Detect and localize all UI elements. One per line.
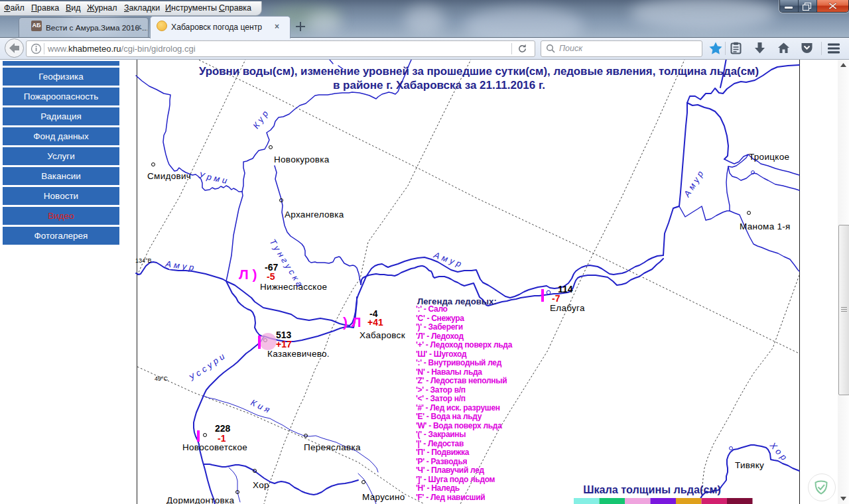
- svg-text:Троицкое: Троицкое: [749, 152, 789, 162]
- svg-text:Тивяку: Тивяку: [735, 460, 764, 470]
- svg-text:-7: -7: [552, 293, 560, 304]
- svg-text:Манома 1-я: Манома 1-я: [740, 221, 791, 231]
- svg-text:'Л' - Ледоход: 'Л' - Ледоход: [416, 332, 464, 341]
- svg-text:'+' - Ледоход поверх льда: '+' - Ледоход поверх льда: [416, 340, 513, 349]
- svg-text:-5: -5: [267, 271, 275, 282]
- svg-text:Новокуровка: Новокуровка: [274, 155, 330, 164]
- svg-text:Новосоветское: Новосоветское: [182, 442, 247, 452]
- svg-text:Хабаровск: Хабаровск: [359, 330, 405, 340]
- svg-text:'(' - Закраины: '(' - Закраины: [416, 430, 466, 439]
- svg-text:+41: +41: [367, 317, 383, 328]
- svg-text:-1: -1: [218, 433, 226, 444]
- svg-text:Амур: Амур: [432, 249, 465, 270]
- svg-text:Уссури: Уссури: [186, 349, 228, 383]
- svg-text:':' - Внутриводный лед: ':' - Внутриводный лед: [416, 358, 502, 367]
- svg-text:134°В: 134°В: [135, 257, 152, 264]
- svg-text:228: 228: [215, 423, 231, 434]
- svg-text:'<' - Затор н/п: '<' - Затор н/п: [416, 394, 466, 403]
- svg-text:'#' - Лед иск. разрушен: '#' - Лед иск. разрушен: [416, 403, 500, 412]
- svg-text:Хор: Хор: [767, 440, 791, 464]
- svg-text:Хор: Хор: [253, 480, 269, 490]
- svg-text:Переяславка: Переяславка: [304, 442, 361, 452]
- svg-text:'W' - Вода поверх льда: 'W' - Вода поверх льда: [416, 421, 502, 430]
- svg-text:Смидович: Смидович: [147, 171, 191, 181]
- svg-text:) Л: ) Л: [343, 314, 361, 330]
- svg-text:Уровни воды(см), изменение уро: Уровни воды(см), изменение уровней за пр…: [199, 65, 759, 78]
- svg-text:Архангеловка: Архангеловка: [285, 210, 344, 220]
- svg-text:Амур: Амур: [164, 259, 198, 273]
- svg-text:'|' - Ледостав: '|' - Ледостав: [416, 439, 464, 448]
- svg-text:49°С: 49°С: [155, 375, 168, 382]
- svg-text:'П' - Подвижка: 'П' - Подвижка: [416, 448, 470, 457]
- svg-text:Шкала толщины льда(см): Шкала толщины льда(см): [583, 483, 721, 495]
- svg-text:Елабуга: Елабуга: [550, 303, 585, 313]
- svg-text:Дормидонтовка: Дормидонтовка: [166, 495, 234, 504]
- svg-text:':' - Сало: ':' - Сало: [416, 304, 448, 314]
- svg-text:Казакевичево.: Казакевичево.: [267, 349, 330, 359]
- svg-text:'Ш' - Шугоход: 'Ш' - Шугоход: [416, 349, 467, 359]
- svg-text:'Z' - Ледостав неполный: 'Z' - Ледостав неполный: [416, 376, 507, 385]
- svg-text:+17: +17: [276, 339, 292, 349]
- svg-text:'Е' - Вода на льду: 'Е' - Вода на льду: [416, 412, 482, 421]
- svg-text:')' - Забереги: ')' - Забереги: [416, 322, 463, 332]
- svg-text:Л ): Л ): [239, 267, 257, 282]
- svg-text:в районе г. Хабаровска за 21.1: в районе г. Хабаровска за 21.11.2016 г.: [333, 79, 545, 92]
- svg-text:Марусино: Марусино: [362, 492, 405, 502]
- svg-text:'Р' - Разводья: 'Р' - Разводья: [416, 457, 467, 466]
- svg-text:Амур: Амур: [681, 167, 706, 200]
- svg-text:'>' - Затор в/п: '>' - Затор в/п: [416, 385, 466, 395]
- svg-text:'Ч' - Плавучий лед: 'Ч' - Плавучий лед: [416, 466, 485, 475]
- svg-text:']' - Шуга подо льдом: ']' - Шуга подо льдом: [416, 475, 495, 484]
- svg-text:'Н' - Наледь: 'Н' - Наледь: [416, 483, 460, 493]
- svg-text:'С' - Снежура: 'С' - Снежура: [416, 314, 464, 323]
- svg-text:Кур: Кур: [251, 107, 271, 131]
- svg-text:'F' - Лед нависший: 'F' - Лед нависший: [416, 493, 485, 502]
- svg-text:'N' - Навалы льда: 'N' - Навалы льда: [416, 367, 482, 377]
